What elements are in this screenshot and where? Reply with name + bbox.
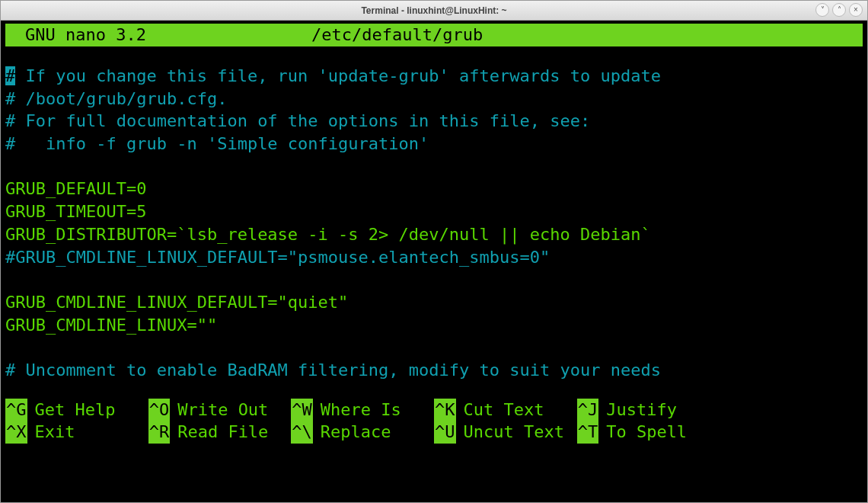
shortcut-key: ^O — [148, 399, 171, 421]
window-title: Terminal - linuxhint@LinuxHint: ~ — [361, 5, 506, 16]
shortcut-label: Justify — [598, 399, 677, 421]
shortcut-key: ^K — [434, 399, 456, 421]
terminal-window: Terminal - linuxhint@LinuxHint: ~ ˅ ˄ × … — [0, 0, 868, 503]
cursor: # — [5, 66, 15, 85]
editor-line: # For full documentation of the options … — [5, 111, 590, 130]
shortcut-label: Cut Text — [456, 399, 544, 421]
nano-titlebar: GNU nano 3.2 /etc/default/grub — [5, 24, 863, 46]
minimize-button[interactable]: ˅ — [815, 3, 829, 17]
window-titlebar: Terminal - linuxhint@LinuxHint: ~ ˅ ˄ × — [1, 1, 867, 21]
editor-line: # /boot/grub/grub.cfg. — [5, 89, 227, 108]
maximize-icon: ˄ — [838, 6, 841, 14]
window-controls: ˅ ˄ × — [815, 3, 863, 17]
editor-line: If you change this file, run 'update-gru… — [15, 66, 661, 85]
shortcut-label: To Spell — [598, 421, 687, 444]
nano-shortcut-bar: ^GGet Help ^OWrite Out ^WWhere Is ^KCut … — [5, 399, 863, 444]
shortcut-key: ^J — [577, 399, 599, 421]
editor-line: # info -f grub -n 'Simple configuration' — [5, 134, 429, 153]
editor-line: GRUB_CMDLINE_LINUX_DEFAULT="quiet" — [5, 293, 348, 312]
shortcut-get-help[interactable]: ^GGet Help — [5, 399, 148, 421]
editor-line: GRUB_DEFAULT=0 — [5, 179, 146, 198]
shortcut-key: ^\ — [291, 421, 313, 444]
shortcut-label: Exit — [27, 421, 75, 444]
shortcut-key: ^G — [5, 399, 27, 421]
shortcut-label: Write Out — [170, 399, 268, 421]
shortcut-key: ^U — [434, 421, 456, 444]
shortcut-key: ^T — [577, 421, 599, 444]
editor-line: # Uncomment to enable BadRAM filtering, … — [5, 360, 661, 380]
shortcut-read-file[interactable]: ^RRead File — [148, 421, 292, 444]
shortcut-label: Replace — [313, 421, 391, 444]
shortcut-justify[interactable]: ^JJustify — [577, 399, 720, 421]
nano-filename: /etc/default/grub — [266, 24, 861, 46]
shortcut-replace[interactable]: ^\Replace — [291, 421, 434, 444]
terminal-viewport[interactable]: GNU nano 3.2 /etc/default/grub # If you … — [1, 21, 867, 502]
nano-app-label: GNU nano 3.2 — [7, 24, 266, 46]
shortcut-where-is[interactable]: ^WWhere Is — [291, 399, 434, 421]
shortcut-label: Get Help — [27, 399, 116, 421]
editor-line: GRUB_DISTRIBUTOR=`lsb_release -i -s 2> /… — [5, 225, 651, 244]
shortcut-key: ^W — [291, 399, 313, 421]
shortcut-label: Read File — [170, 421, 268, 444]
shortcut-to-spell[interactable]: ^TTo Spell — [577, 421, 720, 444]
close-button[interactable]: × — [849, 3, 863, 17]
nano-editor-body[interactable]: # If you change this file, run 'update-g… — [5, 46, 863, 382]
editor-line: GRUB_CMDLINE_LINUX="" — [5, 316, 217, 335]
shortcut-key: ^R — [148, 421, 171, 444]
shortcut-write-out[interactable]: ^OWrite Out — [148, 399, 292, 421]
shortcut-key: ^X — [5, 421, 27, 444]
shortcut-cut-text[interactable]: ^KCut Text — [434, 399, 577, 421]
maximize-button[interactable]: ˄ — [832, 3, 846, 17]
editor-line: GRUB_TIMEOUT=5 — [5, 202, 146, 221]
editor-line: #GRUB_CMDLINE_LINUX_DEFAULT="psmouse.ela… — [5, 248, 550, 267]
shortcut-label: Where Is — [313, 399, 401, 421]
shortcut-label: Uncut Text — [456, 421, 564, 444]
close-icon: × — [854, 6, 858, 14]
shortcut-uncut-text[interactable]: ^UUncut Text — [434, 421, 577, 444]
shortcut-exit[interactable]: ^XExit — [5, 421, 148, 444]
minimize-icon: ˅ — [821, 6, 825, 14]
